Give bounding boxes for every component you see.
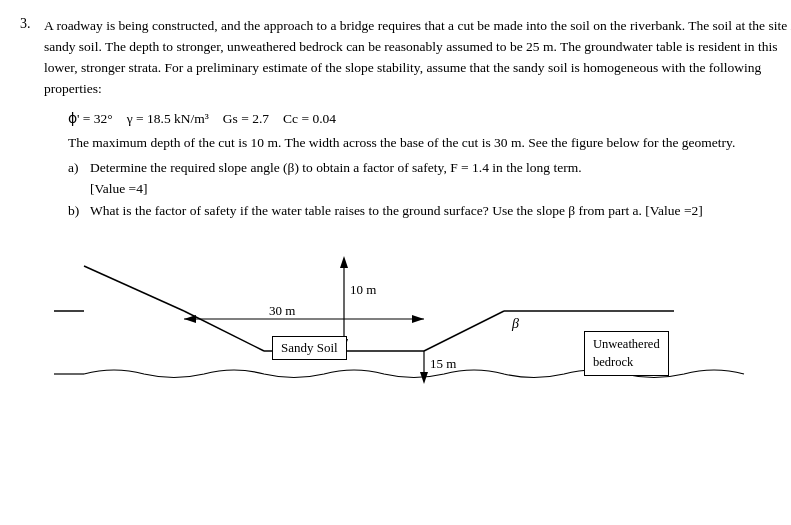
svg-marker-14 <box>420 372 428 384</box>
svg-text:30 m: 30 m <box>269 303 295 318</box>
phi-param: ϕ' = 32° <box>68 110 113 127</box>
item-a-value: [Value =4] <box>90 181 147 196</box>
item-b-value: [Value =2] <box>645 203 702 218</box>
body-text-1: The maximum depth of the cut is 10 m. Th… <box>68 133 791 154</box>
item-b-text: What is the factor of safety if the wate… <box>90 201 703 222</box>
item-a-text: Determine the required slope angle (β) t… <box>90 158 582 200</box>
sandy-soil-label: Sandy Soil <box>272 336 347 360</box>
problem-number: 3. <box>20 16 38 391</box>
svg-marker-6 <box>340 256 348 268</box>
svg-line-0 <box>84 266 184 311</box>
svg-line-3 <box>424 311 504 351</box>
item-a-label: a) <box>68 158 84 200</box>
svg-marker-11 <box>412 315 424 323</box>
svg-text:15 m: 15 m <box>430 356 456 371</box>
svg-text:10 m: 10 m <box>350 282 376 297</box>
gs-param: Gs = 2.7 <box>223 111 269 127</box>
problem-paragraph: A roadway is being constructed, and the … <box>44 16 791 100</box>
unweathered-bedrock-label: Unweathered bedrock <box>584 331 669 376</box>
svg-marker-10 <box>184 315 196 323</box>
figure-area: 10 m 30 m 15 m β <box>54 236 791 391</box>
diagram-svg: 10 m 30 m 15 m β <box>54 236 791 391</box>
svg-text:β: β <box>511 316 519 331</box>
gamma-param: γ = 18.5 kN/m³ <box>127 111 209 127</box>
cc-param: Cc = 0.04 <box>283 111 336 127</box>
item-b-label: b) <box>68 201 84 222</box>
